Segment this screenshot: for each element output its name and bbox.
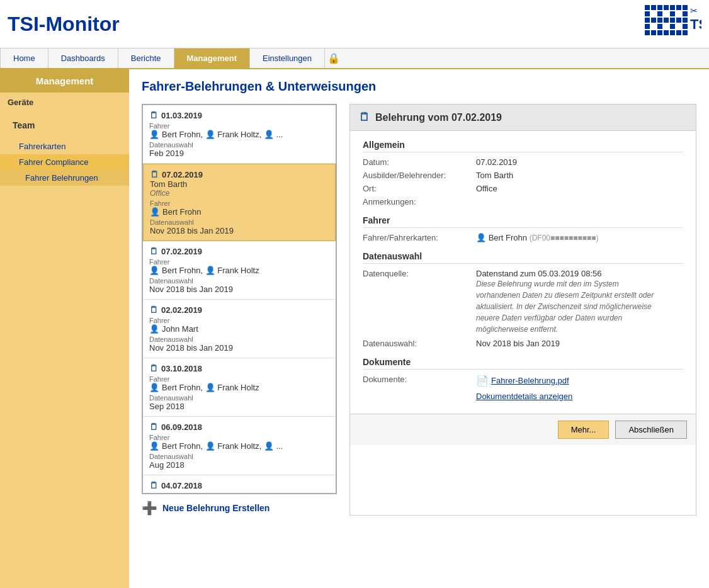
svg-rect-24 — [664, 24, 669, 29]
new-btn-label: Neue Belehrung Erstellen — [162, 503, 269, 513]
detail-label: Fahrer/Fahrerkarten: — [363, 233, 476, 242]
list-item-fahrer-label: Fahrer — [149, 375, 329, 383]
abschliessen-button[interactable]: Abschließen — [615, 421, 687, 439]
svg-rect-20 — [683, 18, 688, 23]
nav-einstellungen[interactable]: Einstellungen — [250, 48, 325, 68]
list-item-datenauswahl-label: Datenauswahl — [149, 394, 329, 402]
sidebar-section-geraete[interactable]: Geräte — [0, 93, 129, 112]
svg-rect-4 — [670, 5, 675, 10]
list-item-fahrer: 👤 John Mart — [149, 324, 329, 334]
svg-rect-8 — [651, 11, 656, 16]
list-item-date: 🗒 03.10.2018 — [149, 363, 329, 373]
detail-row: Datum: 07.02.2019 — [363, 157, 683, 167]
section-fahrer: Fahrer — [363, 215, 683, 228]
list-item-date: 🗒 07.02.2019 — [150, 169, 329, 179]
svg-text:TSI: TSI — [690, 16, 701, 32]
list-item-fahrer: 👤 Bert Frohn, 👤 Frank Holtz, 👤 ... — [149, 130, 329, 139]
list-item-fahrer: 👤 Bert Frohn, 👤 Frank Holtz — [149, 266, 329, 275]
svg-rect-32 — [670, 30, 675, 35]
svg-rect-23 — [657, 24, 662, 29]
svg-rect-27 — [683, 24, 688, 29]
detail-label: Ausbilder/Belehrender: — [363, 171, 476, 180]
list-item-date: 🗒 06.09.2018 — [149, 422, 329, 432]
detail-label: Datum: — [363, 157, 476, 167]
detail-row: Ort: Office — [363, 184, 683, 193]
sidebar-item-fahrer-compliance[interactable]: Fahrer Compliance — [0, 154, 129, 170]
detail-row: Datenauswahl: Nov 2018 bis Jan 2019 — [363, 339, 683, 348]
svg-rect-26 — [676, 24, 681, 29]
detail-value: Tom Barth — [476, 171, 513, 180]
svg-rect-9 — [657, 11, 662, 16]
list-item-datenauswahl-label: Datenauswahl — [149, 277, 329, 285]
list-item-date: 🗒 02.02.2019 — [149, 305, 329, 315]
new-belehrung-button[interactable]: ➕ Neue Belehrung Erstellen — [142, 500, 337, 516]
sidebar-item-fahrerkarten[interactable]: Fahrerkarten — [0, 139, 129, 154]
list-item-fahrer-label: Fahrer — [149, 122, 329, 130]
svg-rect-28 — [645, 30, 650, 35]
svg-rect-19 — [676, 18, 681, 23]
svg-rect-22 — [651, 24, 656, 29]
svg-rect-2 — [657, 5, 662, 10]
list-item-office: Office — [150, 189, 329, 198]
list-item-datenauswahl: Aug 2018 — [149, 460, 329, 470]
list-container[interactable]: 🗒 01.03.2019 Fahrer 👤 Bert Frohn, 👤 Fran… — [142, 104, 337, 494]
app-title: TSI-Monitor — [8, 13, 120, 36]
detail-value: Office — [476, 184, 497, 193]
svg-rect-34 — [683, 30, 688, 35]
list-item[interactable]: 🗒 04.07.2018 Fahrer 👤 Bert Frohn Datenau… — [143, 475, 336, 494]
svg-rect-21 — [645, 24, 650, 29]
detail-label: Anmerkungen: — [363, 197, 476, 206]
svg-rect-25 — [670, 24, 675, 29]
list-item[interactable]: 🗒 01.03.2019 Fahrer 👤 Bert Frohn, 👤 Fran… — [143, 105, 336, 164]
section-allgemein: Allgemein — [363, 140, 683, 152]
lock-icon: 🔒 — [327, 52, 340, 64]
svg-rect-15 — [651, 18, 656, 23]
tsi-logo-svg: TSI ✂ — [645, 5, 701, 43]
sidebar-title: Management — [0, 69, 129, 93]
plus-icon: ➕ — [142, 500, 157, 516]
list-item-datenauswahl: Feb 2019 — [149, 149, 329, 158]
pdf-link[interactable]: Fahrer-Belehrung.pdf — [491, 376, 569, 385]
section-dokumente: Dokumente — [363, 357, 683, 370]
list-item[interactable]: 🗒 02.02.2019 Fahrer 👤 John Mart Datenaus… — [143, 300, 336, 358]
list-item[interactable]: 🗒 06.09.2018 Fahrer 👤 Bert Frohn, 👤 Fran… — [143, 417, 336, 475]
sidebar: Management Geräte Team Fahrerkarten Fahr… — [0, 69, 129, 588]
list-item-datenauswahl-label: Datenauswahl — [149, 141, 329, 149]
list-item-fahrer: 👤 Bert Frohn, 👤 Frank Holtz — [149, 383, 329, 392]
list-item[interactable]: 🗒 07.02.2019 Fahrer 👤 Bert Frohn, 👤 Fran… — [143, 241, 336, 300]
list-item-datenauswahl: Nov 2018 bis Jan 2019 — [149, 285, 329, 294]
nav-management[interactable]: Management — [174, 48, 250, 68]
content-area: 🗒 01.03.2019 Fahrer 👤 Bert Frohn, 👤 Fran… — [142, 104, 696, 516]
detail-label: Dokumente: — [363, 375, 476, 401]
detail-value: Nov 2018 bis Jan 2019 — [476, 339, 560, 348]
svg-rect-0 — [645, 5, 650, 10]
list-item-fahrer: 👤 Bert Frohn — [150, 207, 329, 217]
detail-label: Ort: — [363, 184, 476, 193]
nav-dashboards[interactable]: Dashboards — [48, 48, 118, 68]
list-item-fahrer-label: Fahrer — [149, 434, 329, 441]
svg-rect-6 — [683, 5, 688, 10]
list-item-date: 🗒 07.02.2019 — [149, 246, 329, 256]
detail-header: 🗒 Belehrung vom 07.02.2019 — [350, 105, 696, 131]
svg-rect-29 — [651, 30, 656, 35]
mehr-button[interactable]: Mehr... — [558, 421, 610, 439]
dokumentdetails-link[interactable]: Dokumentdetails anzeigen — [476, 392, 572, 401]
list-item-fahrer-label: Fahrer — [149, 258, 329, 266]
svg-rect-5 — [676, 5, 681, 10]
svg-rect-11 — [670, 11, 675, 16]
list-item[interactable]: 🗒 07.02.2019 Tom Barth Office Fahrer 👤 B… — [143, 164, 336, 241]
nav-home[interactable]: Home — [0, 48, 48, 68]
svg-rect-1 — [651, 5, 656, 10]
nav-berichte[interactable]: Berichte — [118, 48, 174, 68]
detail-body: Allgemein Datum: 07.02.2019 Ausbilder/Be… — [350, 131, 696, 414]
svg-rect-17 — [664, 18, 669, 23]
header: TSI-Monitor — [0, 0, 709, 48]
list-item-fahrer-label: Fahrer — [149, 492, 329, 494]
sidebar-item-fahrer-belehrungen[interactable]: Fahrer Belehrungen — [0, 170, 129, 186]
list-item-fahrer-label: Fahrer — [150, 200, 329, 207]
list-item-datenauswahl: Nov 2018 bis Jan 2019 — [150, 226, 329, 235]
detail-value-dokumente: 📄 Fahrer-Belehrung.pdf Dokumentdetails a… — [476, 375, 572, 401]
list-item-datenauswahl-label: Datenauswahl — [150, 218, 329, 226]
svg-rect-31 — [664, 30, 669, 35]
list-item[interactable]: 🗒 03.10.2018 Fahrer 👤 Bert Frohn, 👤 Fran… — [143, 358, 336, 417]
